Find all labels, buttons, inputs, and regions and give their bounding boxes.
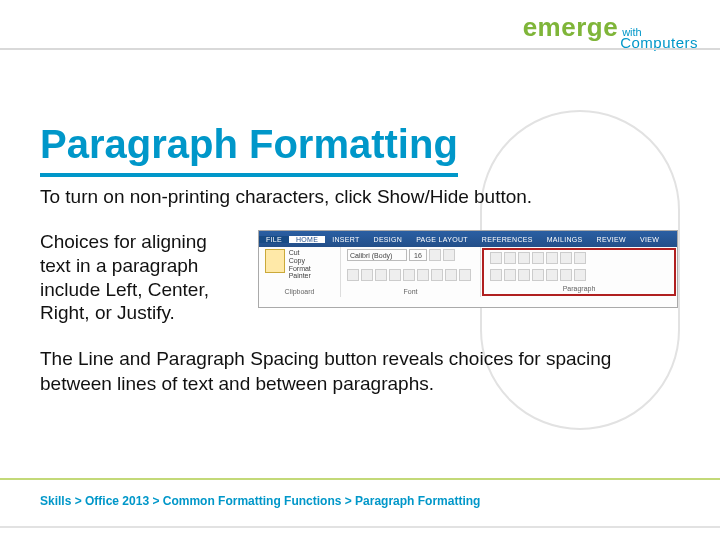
tab-home: HOME [289, 236, 325, 243]
highlight-icon [445, 269, 457, 281]
slide-title: Paragraph Formatting [40, 122, 458, 177]
numbering-icon [504, 252, 516, 264]
shading-icon [560, 269, 572, 281]
tab-file: FILE [259, 236, 289, 243]
subscript-icon [403, 269, 415, 281]
formatpainter-label: Format Painter [289, 265, 334, 279]
font-color-icon [459, 269, 471, 281]
paste-icon [265, 249, 285, 273]
increase-indent-icon [546, 252, 558, 264]
show-hide-icon [574, 252, 586, 264]
grow-font-icon [429, 249, 441, 261]
footer-divider [0, 526, 720, 528]
superscript-icon [417, 269, 429, 281]
tab-review: REVIEW [590, 236, 633, 243]
font-size-box: 16 [409, 249, 427, 261]
paragraph-1: To turn on non-printing characters, clic… [40, 186, 680, 208]
bullets-icon [490, 252, 502, 264]
clipboard-group-label: Clipboard [265, 288, 334, 295]
group-paragraph-highlighted: Paragraph [482, 248, 676, 296]
text-effects-icon [431, 269, 443, 281]
sort-icon [560, 252, 572, 264]
shrink-font-icon [443, 249, 455, 261]
strike-icon [389, 269, 401, 281]
copy-label: Copy [289, 257, 334, 264]
tab-mailings: MAILINGS [540, 236, 590, 243]
font-group-label: Font [347, 288, 474, 295]
breadcrumb: Skills > Office 2013 > Common Formatting… [40, 494, 480, 508]
align-center-icon [504, 269, 516, 281]
ribbon-tabs: FILE HOME INSERT DESIGN PAGE LAYOUT REFE… [259, 231, 677, 247]
tab-insert: INSERT [325, 236, 366, 243]
paragraph-group-label: Paragraph [490, 285, 668, 292]
underline-icon [375, 269, 387, 281]
align-right-icon [518, 269, 530, 281]
bold-icon [347, 269, 359, 281]
italic-icon [361, 269, 373, 281]
header-divider [0, 48, 720, 50]
logo-text: emerge [523, 12, 619, 43]
cut-label: Cut [289, 249, 334, 256]
group-font: Calibri (Body) 16 [341, 247, 481, 297]
align-left-icon [490, 269, 502, 281]
tab-pagelayout: PAGE LAYOUT [409, 236, 475, 243]
tab-references: REFERENCES [475, 236, 540, 243]
decrease-indent-icon [532, 252, 544, 264]
bottom-divider [0, 478, 720, 480]
paragraph-3: The Line and Paragraph Spacing button re… [40, 347, 680, 396]
paragraph-2: Choices for aligning text in a paragraph… [40, 230, 240, 325]
tab-design: DESIGN [367, 236, 410, 243]
word-ribbon-screenshot: FILE HOME INSERT DESIGN PAGE LAYOUT REFE… [258, 230, 678, 308]
justify-icon [532, 269, 544, 281]
borders-icon [574, 269, 586, 281]
group-clipboard: Cut Copy Format Painter Clipboard [259, 247, 341, 297]
font-name-box: Calibri (Body) [347, 249, 407, 261]
tab-view: VIEW [633, 236, 666, 243]
line-spacing-icon [546, 269, 558, 281]
brand-logo: emerge with Computers [523, 12, 698, 51]
body-block: To turn on non-printing characters, clic… [40, 186, 680, 396]
multilevel-icon [518, 252, 530, 264]
